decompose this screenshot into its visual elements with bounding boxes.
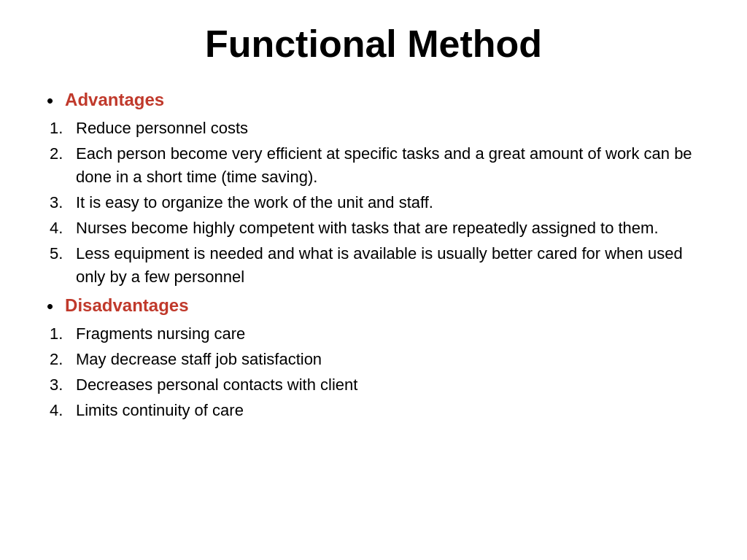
advantages-header: • Advantages — [44, 88, 703, 114]
disadvantages-label: Disadvantages — [65, 293, 188, 318]
item-text: May decrease staff job satisfaction — [76, 348, 322, 371]
page-title: Functional Method — [44, 22, 703, 66]
item-number: 4. — [44, 399, 76, 422]
slide: Functional Method • Advantages 1. Reduce… — [0, 0, 747, 560]
list-item: 1. Reduce personnel costs — [44, 117, 703, 140]
list-item: 3. It is easy to organize the work of th… — [44, 191, 703, 214]
item-text: Limits continuity of care — [76, 399, 244, 422]
item-number: 1. — [44, 117, 76, 140]
item-number: 2. — [44, 142, 76, 166]
item-text: Nurses become highly competent with task… — [76, 217, 659, 240]
item-text: Each person become very efficient at spe… — [76, 142, 703, 189]
disadvantages-header: • Disadvantages — [44, 293, 703, 319]
disadvantages-list: 1. Fragments nursing care 2. May decreas… — [44, 322, 703, 422]
item-number: 3. — [44, 191, 76, 214]
list-item: 4. Nurses become highly competent with t… — [44, 217, 703, 240]
item-number: 4. — [44, 217, 76, 240]
advantages-label: Advantages — [65, 88, 164, 112]
list-item: 5. Less equipment is needed and what is … — [44, 242, 703, 289]
item-text: Reduce personnel costs — [76, 117, 248, 140]
item-text: Fragments nursing care — [76, 322, 245, 346]
list-item: 1. Fragments nursing care — [44, 322, 703, 346]
bullet-advantages: • — [47, 88, 53, 114]
list-item: 4. Limits continuity of care — [44, 399, 703, 422]
item-number: 3. — [44, 373, 76, 397]
item-text: Less equipment is needed and what is ava… — [76, 242, 703, 289]
item-number: 1. — [44, 322, 76, 346]
item-number: 2. — [44, 348, 76, 371]
list-item: 2. May decrease staff job satisfaction — [44, 348, 703, 371]
item-text: It is easy to organize the work of the u… — [76, 191, 433, 214]
advantages-list: 1. Reduce personnel costs 2. Each person… — [44, 117, 703, 288]
item-number: 5. — [44, 242, 76, 265]
bullet-disadvantages: • — [47, 293, 53, 319]
list-item: 2. Each person become very efficient at … — [44, 142, 703, 189]
list-item: 3. Decreases personal contacts with clie… — [44, 373, 703, 397]
item-text: Decreases personal contacts with client — [76, 373, 357, 397]
content-area: • Advantages 1. Reduce personnel costs 2… — [44, 86, 703, 538]
